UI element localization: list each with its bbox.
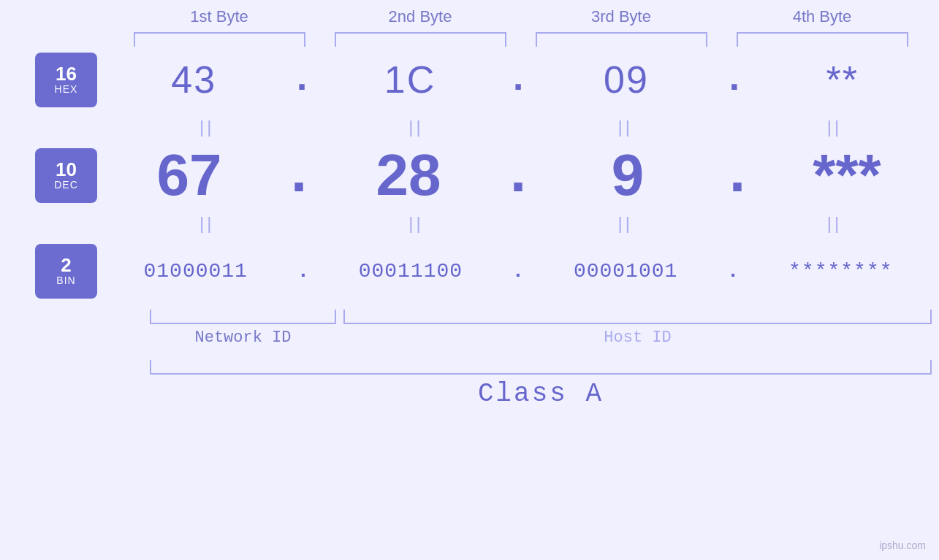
hex-byte-4: ** <box>826 58 858 101</box>
equals-row-1: || || || || <box>102 112 939 142</box>
class-label: Class A <box>150 379 932 409</box>
watermark: ipshu.com <box>879 540 926 551</box>
dec-byte-1-cell: 67 <box>97 142 281 209</box>
equals-1-3: || <box>617 117 632 137</box>
network-id-bracket <box>150 310 336 324</box>
hex-badge: 16 HEX <box>35 53 97 107</box>
bin-byte-2-cell: 00011100 <box>312 260 509 283</box>
dec-dot-3: . <box>720 142 755 209</box>
dec-byte-2: 28 <box>376 142 441 209</box>
dec-values: 67 . 28 . 9 . *** <box>97 142 939 209</box>
bin-dot-2: . <box>509 260 528 283</box>
hex-byte-1-cell: 43 <box>97 58 291 101</box>
dec-badge: 10 DEC <box>35 148 97 203</box>
hex-dot-3: . <box>723 58 745 101</box>
bin-values: 01000011 . 00011100 . 00001001 . *******… <box>97 260 939 283</box>
top-bracket-row <box>119 32 923 47</box>
byte-header-3: 3rd Byte <box>521 7 722 32</box>
hex-base-label: HEX <box>55 83 78 95</box>
bin-base-label: BIN <box>56 275 75 286</box>
byte-header-4: 4th Byte <box>722 7 923 32</box>
top-bracket-3 <box>536 32 707 47</box>
network-id-label: Network ID <box>150 329 336 347</box>
main-container: 1st Byte 2nd Byte 3rd Byte 4th Byte 16 H… <box>0 0 939 560</box>
hex-byte-4-cell: ** <box>745 58 939 101</box>
hex-byte-1: 43 <box>171 58 216 101</box>
host-id-label: Host ID <box>343 329 932 347</box>
dec-byte-4-cell: *** <box>755 142 939 209</box>
bin-byte-1: 01000011 <box>143 260 247 283</box>
equals-1-1: || <box>199 117 214 137</box>
equals-cell-1-4: || <box>730 117 939 137</box>
equals-row-2: || || || || <box>102 209 939 238</box>
hex-row: 16 HEX 43 . 1C . 09 . ** <box>0 47 939 112</box>
dec-byte-1: 67 <box>157 142 222 209</box>
byte-headers: 1st Byte 2nd Byte 3rd Byte 4th Byte <box>119 7 923 32</box>
dec-byte-2-cell: 28 <box>316 142 501 209</box>
hex-dot-1: . <box>291 58 313 101</box>
equals-1-4: || <box>827 117 842 137</box>
equals-2-2: || <box>408 213 423 234</box>
equals-cell-2-1: || <box>102 213 311 234</box>
bin-row: 2 BIN 01000011 . 00011100 . 00001001 . *… <box>0 238 939 304</box>
equals-2-4: || <box>827 213 842 234</box>
dec-row: 10 DEC 67 . 28 . 9 . *** <box>0 142 939 209</box>
dec-dot-2: . <box>501 142 536 209</box>
hex-byte-3: 09 <box>604 58 649 101</box>
bin-byte-1-cell: 01000011 <box>97 260 294 283</box>
equals-cell-1-1: || <box>102 117 311 137</box>
equals-cell-2-3: || <box>521 213 730 234</box>
class-bracket <box>150 360 932 375</box>
equals-2-3: || <box>617 213 632 234</box>
bin-byte-4: ******** <box>788 260 892 283</box>
hex-byte-3-cell: 09 <box>530 58 723 101</box>
byte-header-1: 1st Byte <box>119 7 320 32</box>
bin-byte-3-cell: 00001001 <box>527 260 723 283</box>
byte-header-2: 2nd Byte <box>320 7 521 32</box>
bin-dot-3: . <box>724 260 742 283</box>
hex-values: 43 . 1C . 09 . ** <box>97 58 939 101</box>
equals-2-1: || <box>199 213 214 234</box>
dec-base-number: 10 <box>56 160 77 179</box>
hex-byte-2-cell: 1C <box>313 58 507 101</box>
top-bracket-2 <box>335 32 506 47</box>
dec-byte-4: *** <box>813 142 881 209</box>
bin-badge: 2 BIN <box>35 244 97 299</box>
top-bracket-4 <box>737 32 908 47</box>
hex-dot-2: . <box>506 58 529 101</box>
top-bracket-1 <box>134 32 305 47</box>
equals-cell-1-3: || <box>521 117 730 137</box>
host-id-bracket <box>343 310 932 324</box>
bin-byte-4-cell: ******** <box>742 260 939 283</box>
dec-byte-3-cell: 9 <box>536 142 720 209</box>
bin-byte-2: 00011100 <box>359 260 463 283</box>
equals-cell-2-4: || <box>730 213 939 234</box>
hex-base-number: 16 <box>56 64 77 83</box>
dec-base-label: DEC <box>54 179 78 191</box>
hex-byte-2: 1C <box>384 58 436 101</box>
bin-byte-3: 00001001 <box>574 260 677 283</box>
bin-base-number: 2 <box>61 256 71 275</box>
equals-cell-1-2: || <box>311 117 520 137</box>
equals-cell-2-2: || <box>311 213 520 234</box>
bin-dot-1: . <box>294 260 312 283</box>
dec-byte-3: 9 <box>612 142 645 209</box>
dec-dot-1: . <box>281 142 316 209</box>
equals-1-2: || <box>408 117 423 137</box>
